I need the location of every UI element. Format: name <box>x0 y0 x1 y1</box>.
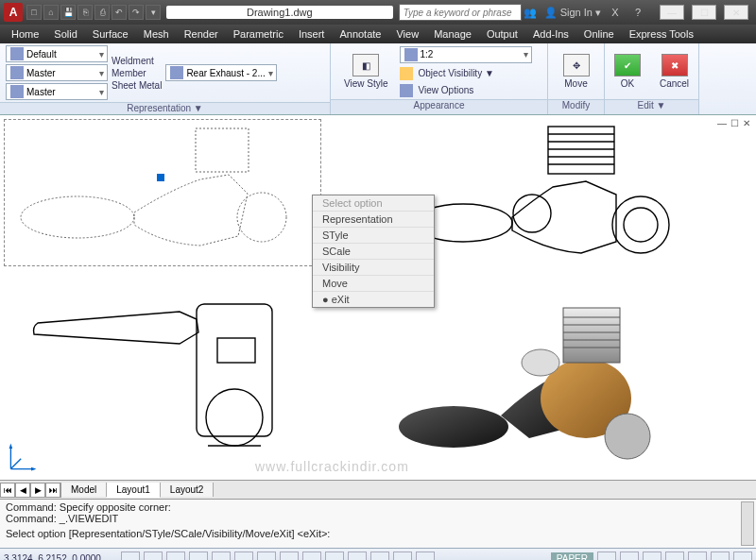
menu-express[interactable]: Express Tools <box>629 28 694 40</box>
qat-new-icon[interactable]: □ <box>26 5 42 20</box>
sign-in-button[interactable]: 👤 Sign In ▾ <box>544 7 601 19</box>
menu-addins[interactable]: Add-Ins <box>533 28 569 40</box>
panel-title-modify[interactable]: Modify <box>548 99 604 114</box>
status-dyn-icon[interactable] <box>302 552 321 561</box>
status-osnap-icon[interactable] <box>212 552 231 561</box>
panel-title-edit[interactable]: Edit ▼ <box>605 99 698 114</box>
tab-next-icon[interactable]: ▶ <box>30 483 45 498</box>
menu-manage[interactable]: Manage <box>434 28 472 40</box>
menu-view[interactable]: View <box>396 28 419 40</box>
tab-last-icon[interactable]: ⏭ <box>45 483 60 498</box>
ok-button[interactable]: ✔ OK <box>607 52 648 91</box>
menu-parametric[interactable]: Parametric <box>233 28 284 40</box>
combo-default[interactable]: Default <box>6 45 108 62</box>
command-line[interactable]: Command: Specify opposite corner: Comman… <box>0 499 756 548</box>
cm-scale[interactable]: SCale <box>313 244 434 260</box>
svg-point-11 <box>624 208 658 242</box>
search-input[interactable] <box>399 4 522 21</box>
svg-point-14 <box>206 389 263 446</box>
tab-layout2[interactable]: Layout2 <box>161 483 215 497</box>
cmd-scrollbar[interactable] <box>741 501 754 546</box>
menu-home[interactable]: Home <box>11 28 39 40</box>
menu-render[interactable]: Render <box>184 28 218 40</box>
minimize-button[interactable]: — <box>660 5 684 20</box>
cancel-button[interactable]: ✖ Cancel <box>652 52 696 91</box>
status-annoscale-icon[interactable] <box>620 552 639 561</box>
move-button[interactable]: ✥ Move <box>556 52 597 91</box>
status-lock-icon[interactable] <box>665 552 684 561</box>
tab-first-icon[interactable]: ⏮ <box>0 483 15 498</box>
status-am-icon[interactable] <box>416 552 435 561</box>
grip-handle[interactable] <box>157 174 164 181</box>
panel-representation: Default Master Master Weldment Member Sh… <box>0 43 331 114</box>
combo-rear-exhaust[interactable]: Rear Exhaust - 2... <box>165 64 277 81</box>
panel-edit: ✔ OK ✖ Cancel Edit ▼ <box>605 43 699 114</box>
exchange-icon[interactable]: X <box>607 5 624 20</box>
document-title: Drawing1.dwg <box>166 6 393 19</box>
menu-insert[interactable]: Insert <box>299 28 325 40</box>
menu-solid[interactable]: Solid <box>54 28 77 40</box>
status-hw-icon[interactable] <box>688 552 707 561</box>
btn-sheetmetal[interactable]: Sheet Metal <box>112 80 162 91</box>
status-iso-icon[interactable] <box>711 552 730 561</box>
status-snap-icon[interactable] <box>121 552 140 561</box>
status-clean-icon[interactable] <box>733 552 752 561</box>
status-grid-icon[interactable] <box>144 552 163 561</box>
maximize-button[interactable]: ☐ <box>692 5 716 20</box>
tab-prev-icon[interactable]: ◀ <box>15 483 30 498</box>
menu-mesh[interactable]: Mesh <box>144 28 169 40</box>
status-otrack-icon[interactable] <box>257 552 276 561</box>
qat-undo-icon[interactable]: ↶ <box>112 5 127 20</box>
status-lwt-icon[interactable] <box>325 552 344 561</box>
cm-representation[interactable]: Representation <box>313 212 434 228</box>
panel-title-appearance[interactable]: Appearance <box>331 99 547 114</box>
cm-exit[interactable]: ● eXit <box>313 292 434 307</box>
combo-scale[interactable]: 1:2 <box>400 46 532 63</box>
qat-more-icon[interactable]: ▾ <box>146 5 161 20</box>
menu-output[interactable]: Output <box>487 28 518 40</box>
cm-visibility[interactable]: Visibility <box>313 260 434 276</box>
combo-master2[interactable]: Master <box>6 83 108 100</box>
qat-open-icon[interactable]: ⌂ <box>43 5 59 20</box>
btn-member[interactable]: Member <box>112 68 162 78</box>
btn-view-options[interactable]: View Options <box>400 84 532 97</box>
tab-layout1[interactable]: Layout1 <box>107 483 161 498</box>
qat-print-icon[interactable]: ⎙ <box>94 5 110 20</box>
status-ws-icon[interactable] <box>643 552 662 561</box>
vp-close-icon[interactable]: ✕ <box>743 118 750 128</box>
app-menu-button[interactable]: A <box>4 3 23 22</box>
status-3dosnap-icon[interactable] <box>234 552 253 561</box>
menu-online[interactable]: Online <box>584 28 614 40</box>
engine-view-side <box>28 285 312 474</box>
menu-surface[interactable]: Surface <box>93 28 129 40</box>
infocenter-icon[interactable]: 👥 <box>522 5 539 20</box>
view-style-button[interactable]: ◧ View Style <box>336 52 396 91</box>
status-qp-icon[interactable] <box>370 552 389 561</box>
cm-move[interactable]: Move <box>313 276 434 292</box>
status-sc-icon[interactable] <box>393 552 412 561</box>
close-button[interactable]: ✕ <box>724 5 748 20</box>
status-ann-icon[interactable] <box>597 552 616 561</box>
status-ducs-icon[interactable] <box>280 552 299 561</box>
tab-model[interactable]: Model <box>61 483 107 497</box>
drawing-canvas[interactable]: — ☐ ✕ <box>0 115 756 480</box>
btn-weldment[interactable]: Weldment <box>112 56 162 66</box>
vp-restore-icon[interactable]: ☐ <box>730 118 739 128</box>
panel-title-representation[interactable]: Representation ▼ <box>0 102 330 114</box>
qat-save-icon[interactable]: 💾 <box>60 5 76 20</box>
qat-redo-icon[interactable]: ↷ <box>129 5 144 20</box>
combo-master1[interactable]: Master <box>6 64 108 81</box>
status-ortho-icon[interactable] <box>166 552 185 561</box>
space-toggle[interactable]: PAPER <box>551 552 593 560</box>
btn-object-visibility[interactable]: Object Visibility ▼ <box>400 67 532 80</box>
ribbon: Default Master Master Weldment Member Sh… <box>0 43 756 115</box>
status-tpy-icon[interactable] <box>348 552 367 561</box>
cm-style[interactable]: STyle <box>313 228 434 244</box>
qat-saveas-icon[interactable]: ⎘ <box>77 5 93 20</box>
status-polar-icon[interactable] <box>189 552 208 561</box>
svg-point-10 <box>612 196 669 253</box>
help-icon[interactable]: ? <box>629 5 646 20</box>
vp-minimize-icon[interactable]: — <box>717 118 727 128</box>
menu-annotate[interactable]: Annotate <box>339 28 381 40</box>
watermark: www.fullcrackindir.com <box>255 459 409 474</box>
